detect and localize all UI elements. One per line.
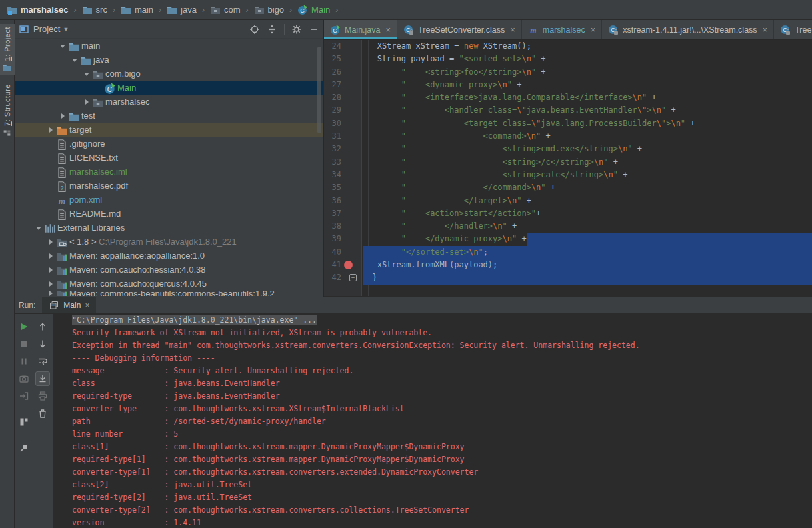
tree-expanded-icon[interactable]: [69, 55, 80, 65]
gutter-row[interactable]: 38: [324, 220, 361, 233]
breadcrumb-item-java[interactable]: java: [167, 5, 197, 15]
gutter-row[interactable]: 39: [324, 233, 361, 245]
breadcrumb-item-src[interactable]: src: [82, 5, 107, 15]
tree-item-.gitignore[interactable]: .gitignore: [15, 137, 323, 151]
crosshair-icon[interactable]: [249, 24, 260, 35]
code-line-38[interactable]: " </handler>\n" +: [363, 220, 812, 233]
tree-item-com.bigo[interactable]: com.bigo: [15, 67, 323, 81]
pause-button[interactable]: [17, 354, 31, 369]
console-output[interactable]: "C:\Program Files\Java\jdk1.8.0_221\bin\…: [54, 314, 812, 528]
wrap-button[interactable]: [35, 354, 50, 369]
code-line-36[interactable]: " </target>\n" +: [363, 195, 812, 207]
scrollend-button[interactable]: [35, 371, 50, 386]
code-line-31[interactable]: " <command>\n" +: [363, 130, 812, 143]
tree-collapsed-icon[interactable]: [45, 279, 56, 289]
tree-collapsed-icon[interactable]: [45, 251, 56, 261]
tree-item-maven-com.caucho-quercus-4.0.45[interactable]: Maven: com.caucho:quercus:4.0.45: [15, 277, 323, 291]
down-button[interactable]: [35, 337, 50, 351]
code-line-40[interactable]: "</sorted-set>\n";: [363, 246, 812, 259]
trash-button[interactable]: [35, 406, 50, 421]
breadcrumb-item-com[interactable]: com: [210, 5, 241, 15]
tree-expanded-icon[interactable]: [57, 41, 68, 51]
rerun-button[interactable]: [17, 319, 31, 334]
close-icon[interactable]: ×: [85, 301, 89, 310]
tree-item-maven-aopalliance-aopalliance-1.0[interactable]: Maven: aopalliance:aopalliance:1.0: [15, 249, 323, 263]
tree-item-main[interactable]: main: [15, 39, 323, 53]
camera-button[interactable]: [17, 371, 31, 386]
code-line-32[interactable]: " <string>cmd.exe</string>\n" +: [363, 143, 812, 155]
gutter-row[interactable]: 27: [324, 79, 361, 91]
tree-item-license.txt[interactable]: LICENSE.txt: [15, 151, 323, 165]
code-line-42[interactable]: }: [363, 271, 812, 284]
gutter-row[interactable]: 36: [324, 195, 361, 207]
tree-scrollbar[interactable]: [317, 47, 321, 133]
gutter-row[interactable]: 33: [324, 156, 361, 169]
gutter-row[interactable]: 40: [324, 246, 361, 259]
code-line-37[interactable]: " <action>start</action>"+: [363, 207, 812, 220]
tree-item-readme.md[interactable]: README.md: [15, 207, 323, 221]
tree-item-pom.xml[interactable]: mpom.xml: [15, 193, 323, 207]
editor-tab-main.java[interactable]: CMain.java×: [324, 20, 397, 39]
code-line-34[interactable]: " <string>calc</string>\n" +: [363, 169, 812, 181]
exit-button[interactable]: [17, 389, 31, 403]
code-line-27[interactable]: " <dynamic-proxy>\n" +: [363, 79, 812, 91]
tree-item-marshalsec[interactable]: marshalsec: [15, 95, 323, 109]
close-icon[interactable]: ×: [591, 25, 596, 35]
minus-icon[interactable]: [309, 24, 319, 35]
run-tab-main[interactable]: Main ×: [42, 297, 96, 313]
project-panel-title[interactable]: Project: [33, 24, 60, 34]
code-line-39[interactable]: " </dynamic-proxy>\n" +: [363, 233, 812, 245]
close-icon[interactable]: ×: [763, 25, 768, 35]
code-line-33[interactable]: " <string>/c</string>\n" +: [363, 156, 812, 169]
editor-tab-marshalsec[interactable]: mmarshalsec×: [522, 20, 603, 39]
breadcrumb-item-main[interactable]: CMain: [297, 5, 330, 15]
gutter-row[interactable]: 26: [324, 66, 361, 79]
breakpoint-icon[interactable]: [344, 261, 353, 269]
code-line-41[interactable]: xStream.fromXML(payload);: [363, 259, 812, 271]
gutter-row[interactable]: 34: [324, 169, 361, 181]
editor-gutter[interactable]: 24252627282930313233343536373839404142−: [324, 40, 362, 296]
breadcrumb-item-main[interactable]: main: [121, 5, 153, 15]
stop-button[interactable]: [17, 337, 31, 351]
close-icon[interactable]: ×: [510, 25, 515, 35]
breadcrumb-item-bigo[interactable]: bigo: [254, 5, 285, 15]
tree-collapsed-icon[interactable]: [45, 265, 56, 275]
gutter-row[interactable]: 25: [324, 53, 361, 65]
code-line-24[interactable]: XStream xStream = new XStream();: [363, 40, 812, 53]
breadcrumb-item-marshalsec[interactable]: marshalsec: [7, 5, 69, 15]
tree-collapsed-icon[interactable]: [81, 97, 92, 107]
tree-item-marshalsec.iml[interactable]: marshalsec.iml: [15, 165, 323, 179]
code-area[interactable]: XStream xStream = new XStream(); String …: [363, 40, 812, 296]
tree-item-external-libraries[interactable]: External Libraries: [15, 221, 323, 235]
tree-item-maven-commons-beanutils-commons-beanutils-1.9.2[interactable]: Maven: commons-beanutils:commons-beanuti…: [15, 291, 323, 296]
up-button[interactable]: [35, 319, 50, 334]
tree-item-java[interactable]: java: [15, 53, 323, 67]
gutter-row[interactable]: 31: [324, 130, 361, 143]
gutter-row[interactable]: 42−: [324, 271, 361, 284]
editor-tab-xstream-1.4.11.jar-...-xstream.class[interactable]: Cxstream-1.4.11.jar!\...\XStream.class×: [602, 20, 774, 39]
gutter-row[interactable]: 28: [324, 91, 361, 104]
collapse-icon[interactable]: [267, 24, 277, 35]
tree-item-marshalsec.pdf[interactable]: ?marshalsec.pdf: [15, 179, 323, 193]
gutter-row[interactable]: 30: [324, 117, 361, 130]
close-icon[interactable]: ×: [386, 25, 391, 35]
tree-collapsed-icon[interactable]: [45, 237, 56, 247]
gutter-row[interactable]: 35: [324, 181, 361, 194]
gutter-row[interactable]: 24: [324, 40, 361, 53]
tree-collapsed-icon[interactable]: [45, 125, 56, 135]
stripe-button-project[interactable]: 1: Project: [0, 24, 15, 75]
editor-body[interactable]: 24252627282930313233343536373839404142− …: [324, 40, 812, 296]
print-button[interactable]: [35, 389, 50, 403]
tree-item--1.8-[interactable]: < 1.8 > C:\Program Files\Java\jdk1.8.0_2…: [15, 235, 323, 249]
tree-item-maven-com.caucho-hessian-4.0.38[interactable]: Maven: com.caucho:hessian:4.0.38: [15, 263, 323, 277]
tree-collapsed-icon[interactable]: [57, 111, 68, 121]
gutter-row[interactable]: 29: [324, 104, 361, 117]
code-line-26[interactable]: " <string>foo</string>\n" +: [363, 66, 812, 79]
pin-button[interactable]: [17, 441, 31, 455]
gutter-row[interactable]: 32: [324, 143, 361, 155]
layout-button[interactable]: [17, 415, 31, 429]
gear-icon[interactable]: [291, 24, 302, 35]
tree-collapsed-icon[interactable]: [45, 291, 56, 296]
tree-item-target[interactable]: target: [15, 123, 323, 137]
tree-item-main[interactable]: CMain: [15, 81, 323, 95]
